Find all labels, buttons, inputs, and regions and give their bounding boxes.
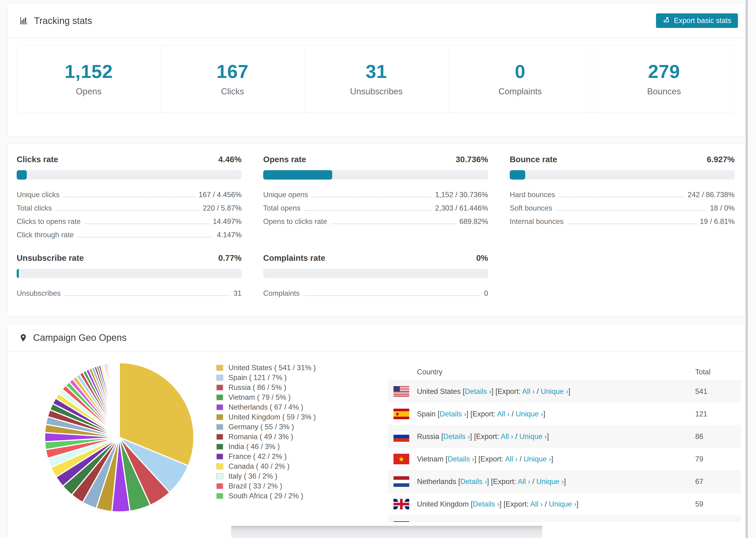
legend-item-romania[interactable]: Romania ( 49 / 3% ) bbox=[216, 432, 366, 442]
legend-label: United Kingdom ( 59 / 3% ) bbox=[229, 413, 316, 421]
details-link[interactable]: Details › bbox=[473, 500, 500, 508]
flag-vn-icon bbox=[394, 454, 409, 464]
export-all-link[interactable]: All › bbox=[501, 432, 513, 441]
geo-pie-legend: United States ( 541 / 31% )Spain ( 121 /… bbox=[216, 363, 366, 501]
legend-item-netherlands[interactable]: Netherlands ( 67 / 4% ) bbox=[216, 402, 366, 412]
map-pin-icon bbox=[19, 333, 27, 343]
metric-value: 2,303 / 61.446% bbox=[435, 204, 488, 212]
country-name: United States bbox=[417, 387, 460, 396]
details-link[interactable]: Details › bbox=[465, 387, 491, 396]
metric-row: Unique opens1,152 / 30.736% bbox=[263, 186, 488, 199]
metric-label: Soft bounces bbox=[510, 204, 552, 212]
metric-row: Unsubscribes31 bbox=[17, 284, 242, 297]
export-unique-link[interactable]: Unique › bbox=[516, 410, 543, 418]
horizontal-scrollbar[interactable] bbox=[231, 526, 542, 538]
bracket: ] bbox=[500, 500, 502, 508]
summary-stats-box: 1,152Opens167Clicks31Unsubscribes0Compla… bbox=[17, 45, 736, 112]
slash: / bbox=[512, 410, 514, 418]
export-all-link[interactable]: All › bbox=[518, 477, 530, 486]
tracking-stats-header: Tracking stats Export basic stats bbox=[8, 4, 745, 38]
pie-slice-other[interactable] bbox=[119, 363, 119, 437]
details-link[interactable]: Details › bbox=[443, 432, 470, 441]
stat-label: Unsubscribes bbox=[350, 86, 403, 96]
tracking-stats-title-text: Tracking stats bbox=[34, 16, 92, 26]
metric-label: Click through rate bbox=[17, 231, 74, 239]
export-unique-link[interactable]: Unique › bbox=[523, 455, 551, 463]
legend-item-united-states[interactable]: United States ( 541 / 31% ) bbox=[216, 363, 366, 373]
metric-list: Unique opens1,152 / 30.736%Total opens2,… bbox=[263, 186, 488, 226]
legend-label: Germany ( 55 / 3% ) bbox=[229, 423, 294, 431]
export-prefix: Export: bbox=[476, 432, 499, 441]
bracket: ] bbox=[491, 387, 494, 396]
bar-chart-icon bbox=[19, 16, 28, 26]
export-unique-link[interactable]: Unique › bbox=[541, 387, 568, 396]
country-cell: Russia [Details ›] [Export: All › / Uniq… bbox=[417, 432, 549, 441]
metric-value: 242 / 86.738% bbox=[688, 190, 735, 199]
metric-label: Opens to clicks rate bbox=[263, 217, 327, 226]
rate-header: Complaints rate0% bbox=[263, 253, 488, 263]
legend-item-vietnam[interactable]: Vietnam ( 79 / 5% ) bbox=[216, 393, 366, 402]
export-all-link[interactable]: All › bbox=[497, 410, 510, 418]
metric-value: 167 / 4.456% bbox=[199, 190, 242, 199]
metric-row: Total clicks220 / 5.87% bbox=[17, 199, 242, 212]
bracket: ] bbox=[543, 410, 545, 418]
export-unique-link[interactable]: Unique › bbox=[519, 432, 547, 441]
legend-swatch bbox=[216, 493, 223, 499]
stat-value: 0 bbox=[515, 61, 526, 82]
metric-row: Soft bounces18 / 0% bbox=[510, 199, 735, 212]
dotted-leader bbox=[84, 224, 209, 224]
details-link[interactable]: Details › bbox=[440, 410, 466, 418]
legend-swatch bbox=[216, 473, 223, 479]
legend-item-brazil[interactable]: Brazil ( 33 / 2% ) bbox=[216, 481, 366, 491]
bracket: ] bbox=[474, 455, 476, 463]
bracket: [ bbox=[470, 410, 473, 418]
export-all-link[interactable]: All › bbox=[530, 500, 543, 508]
dotted-leader bbox=[567, 224, 696, 224]
legend-item-france[interactable]: France ( 42 / 2% ) bbox=[216, 452, 366, 461]
legend-item-united-kingdom[interactable]: United Kingdom ( 59 / 3% ) bbox=[216, 412, 366, 422]
dotted-leader bbox=[65, 295, 230, 296]
metric-label: Unsubscribes bbox=[17, 289, 61, 297]
legend-swatch bbox=[216, 434, 223, 440]
stat-value: 1,152 bbox=[65, 61, 113, 82]
metric-value: 1,152 / 30.736% bbox=[435, 190, 488, 199]
summary-stat-complaints: 0Complaints bbox=[448, 45, 592, 112]
legend-item-germany[interactable]: Germany ( 55 / 3% ) bbox=[216, 422, 366, 432]
legend-item-italy[interactable]: Italy ( 36 / 2% ) bbox=[216, 471, 366, 481]
summary-stat-clicks: 167Clicks bbox=[161, 45, 304, 112]
export-unique-link[interactable]: Unique › bbox=[536, 477, 564, 486]
geo-opens-card: Campaign Geo Opens United States ( 541 /… bbox=[8, 324, 745, 538]
metric-list: Unique clicks167 / 4.456%Total clicks220… bbox=[17, 186, 242, 239]
legend-item-canada[interactable]: Canada ( 40 / 2% ) bbox=[216, 461, 366, 471]
rate-block-unsubscribe-rate: Unsubscribe rate0.77%Unsubscribes31 bbox=[17, 253, 242, 297]
export-prefix: Export: bbox=[506, 500, 528, 508]
legend-swatch bbox=[216, 375, 223, 381]
export-basic-stats-button[interactable]: Export basic stats bbox=[656, 13, 738, 28]
legend-swatch bbox=[216, 404, 223, 410]
progress-track bbox=[17, 269, 242, 278]
rate-header: Unsubscribe rate0.77% bbox=[17, 253, 242, 263]
geo-pie-chart[interactable] bbox=[38, 356, 200, 518]
bracket: ] bbox=[568, 387, 570, 396]
rate-header: Bounce rate6.927% bbox=[510, 155, 735, 164]
export-all-link[interactable]: All › bbox=[522, 387, 535, 396]
flag-de-icon bbox=[394, 521, 409, 522]
stat-value: 279 bbox=[648, 61, 680, 82]
rate-value: 6.927% bbox=[707, 155, 735, 164]
legend-item-india[interactable]: India ( 46 / 3% ) bbox=[216, 442, 366, 452]
bracket: ] bbox=[466, 410, 468, 418]
rate-value: 0.77% bbox=[218, 253, 242, 263]
export-all-link[interactable]: All › bbox=[505, 455, 517, 463]
vertical-scrollbar[interactable] bbox=[746, 0, 748, 538]
slash: / bbox=[515, 432, 517, 441]
details-link[interactable]: Details › bbox=[460, 477, 487, 486]
metric-value: 220 / 5.87% bbox=[203, 204, 242, 212]
details-link[interactable]: Details › bbox=[448, 455, 474, 463]
dotted-leader bbox=[56, 210, 199, 211]
legend-item-south-africa[interactable]: South Africa ( 29 / 2% ) bbox=[216, 491, 366, 501]
export-unique-link[interactable]: Unique › bbox=[549, 500, 576, 508]
legend-item-russia[interactable]: Russia ( 86 / 5% ) bbox=[216, 383, 366, 393]
progress-fill bbox=[17, 269, 19, 278]
country-cell: Spain [Details ›] [Export: All › / Uniqu… bbox=[417, 410, 545, 418]
legend-item-spain[interactable]: Spain ( 121 / 7% ) bbox=[216, 373, 366, 383]
